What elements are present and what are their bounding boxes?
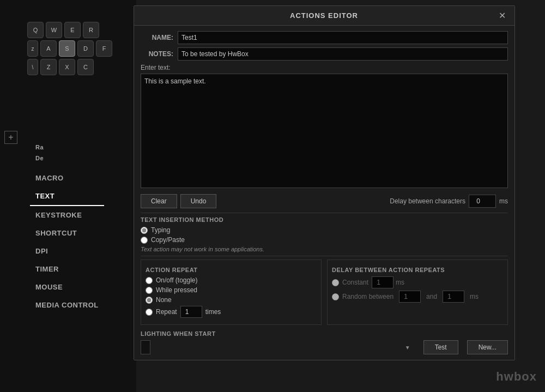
radio-repeat: Repeat times: [146, 306, 317, 318]
radio-none-input[interactable]: [146, 297, 153, 304]
sidebar-item-keystroke[interactable]: KEYSTROKE: [30, 206, 104, 224]
keyboard-display: Q W E R z A S D F \ Z X C: [27, 22, 112, 75]
modal-title: ACTIONS EDITOR: [152, 11, 496, 20]
divider-2: [141, 256, 508, 256]
lighting-select-wrapper: [141, 340, 415, 354]
radio-while-pressed-label: While pressed: [156, 286, 197, 294]
modal-body: NAME: NOTES: Enter text: This is a sampl…: [134, 26, 514, 360]
sidebar-item-macro[interactable]: MACRO: [30, 169, 104, 187]
notes-field-row: NOTES:: [141, 47, 508, 61]
lighting-header: LIGHTING WHEN START: [141, 330, 508, 337]
lighting-select[interactable]: [141, 340, 150, 354]
notes-label: NOTES:: [141, 50, 173, 58]
random-to-input[interactable]: [443, 291, 464, 303]
radio-copypaste: Copy/Paste: [141, 236, 508, 244]
radio-typing-input[interactable]: [141, 227, 148, 234]
radio-constant-label: Constant: [342, 279, 368, 286]
hwbox-logo: hwbox: [496, 370, 537, 384]
constant-unit: ms: [396, 279, 404, 286]
test-button[interactable]: Test: [423, 340, 458, 354]
delay-between-section: DELAY BETWEEN ACTION REPEATS Constant ms…: [327, 260, 508, 325]
radio-copypaste-label: Copy/Paste: [151, 236, 185, 244]
key-e[interactable]: E: [64, 22, 81, 38]
sidebar-item-media-control[interactable]: MEDIA CONTROL: [30, 296, 104, 314]
add-button[interactable]: +: [4, 131, 17, 144]
radio-random-input[interactable]: [332, 293, 339, 300]
modal-titlebar: ACTIONS EDITOR ✕: [134, 6, 514, 26]
radio-onoff: On/off (toggle): [146, 276, 317, 284]
key-c[interactable]: C: [77, 59, 94, 75]
radio-constant: Constant ms: [332, 276, 503, 288]
warning-text: Text action may not work in some applica…: [141, 246, 508, 252]
radio-while-pressed: While pressed: [146, 286, 317, 294]
radio-none-label: None: [156, 296, 172, 304]
name-input[interactable]: [178, 31, 508, 44]
radio-onoff-label: On/off (toggle): [156, 276, 198, 284]
radio-random-label: Random between: [342, 293, 393, 300]
delay-group: Delay between characters ms: [390, 195, 508, 208]
text-insertion-header: TEXT INSERTION METHOD: [141, 216, 508, 223]
clear-button[interactable]: Clear: [141, 194, 177, 208]
key-row-1: Q W E R: [27, 22, 112, 38]
delay-between-header: DELAY BETWEEN ACTION REPEATS: [332, 267, 503, 273]
divider-1: [141, 213, 508, 213]
sidebar-item-text[interactable]: TEXT: [30, 187, 104, 206]
delay-input[interactable]: [469, 195, 496, 208]
button-row: Clear Undo Delay between characters ms: [141, 194, 508, 208]
key-x[interactable]: X: [59, 59, 75, 75]
radio-repeat-input[interactable]: [146, 309, 153, 316]
text-area[interactable]: This is a sample text.: [141, 74, 508, 188]
lighting-section: LIGHTING WHEN START Test New...: [141, 330, 508, 354]
key-a[interactable]: z: [27, 40, 38, 57]
sidebar-item-de[interactable]: De: [30, 153, 104, 164]
sidebar-item-timer[interactable]: TIMER: [30, 260, 104, 278]
key-backslash[interactable]: \: [27, 59, 38, 75]
radio-constant-input[interactable]: [332, 279, 339, 286]
key-d[interactable]: D: [77, 40, 94, 57]
radio-typing: Typing: [141, 226, 508, 234]
key-w[interactable]: W: [46, 22, 62, 38]
left-panel: Q W E R z A S D F \ Z X C Ra De MACRO TE…: [0, 0, 136, 392]
key-row-2: z A S D F: [27, 40, 112, 57]
name-label: NAME:: [141, 34, 173, 41]
key-row-3: \ Z X C: [27, 59, 112, 75]
undo-button[interactable]: Undo: [180, 194, 217, 208]
radio-none: None: [146, 296, 317, 304]
action-repeat-section: ACTION REPEAT On/off (toggle) While pres…: [141, 260, 322, 325]
repeat-inline: Repeat times: [156, 306, 221, 318]
enter-text-label: Enter text:: [141, 64, 508, 71]
new-button[interactable]: New...: [467, 340, 508, 354]
radio-copypaste-input[interactable]: [141, 237, 148, 244]
close-button[interactable]: ✕: [496, 10, 508, 21]
random-row: Random between and ms: [332, 291, 503, 303]
sidebar-item-mouse[interactable]: MOUSE: [30, 278, 104, 296]
radio-typing-label: Typing: [151, 226, 170, 234]
random-and: and: [426, 293, 437, 300]
repeat-value-input[interactable]: [180, 306, 202, 318]
repeat-unit: times: [205, 308, 221, 316]
key-f[interactable]: F: [96, 40, 112, 57]
key-a2[interactable]: A: [40, 40, 57, 57]
two-column-section: ACTION REPEAT On/off (toggle) While pres…: [141, 260, 508, 325]
key-s[interactable]: S: [59, 40, 75, 57]
key-r[interactable]: R: [83, 22, 99, 38]
sidebar-item-shortcut[interactable]: SHORTCUT: [30, 224, 104, 242]
key-q[interactable]: Q: [27, 22, 44, 38]
delay-label: Delay between characters: [390, 197, 465, 205]
radio-while-pressed-input[interactable]: [146, 287, 153, 294]
delay-unit: ms: [499, 197, 508, 205]
sidebar-nav: Ra De MACRO TEXT KEYSTROKE SHORTCUT DPI …: [30, 142, 104, 314]
random-unit: ms: [470, 293, 479, 300]
constant-value-input[interactable]: [372, 276, 393, 288]
sidebar-item-dpi[interactable]: DPI: [30, 242, 104, 260]
random-from-input[interactable]: [399, 291, 421, 303]
name-field-row: NAME:: [141, 31, 508, 44]
sidebar-item-ra[interactable]: Ra: [30, 142, 104, 153]
lighting-row: Test New...: [141, 340, 508, 354]
actions-editor-modal: ACTIONS EDITOR ✕ NAME: NOTES: Enter text…: [134, 5, 515, 360]
radio-repeat-label: Repeat: [156, 308, 177, 316]
notes-input[interactable]: [178, 47, 508, 61]
action-repeat-header: ACTION REPEAT: [146, 267, 317, 273]
radio-onoff-input[interactable]: [146, 277, 153, 284]
key-z[interactable]: Z: [40, 59, 57, 75]
